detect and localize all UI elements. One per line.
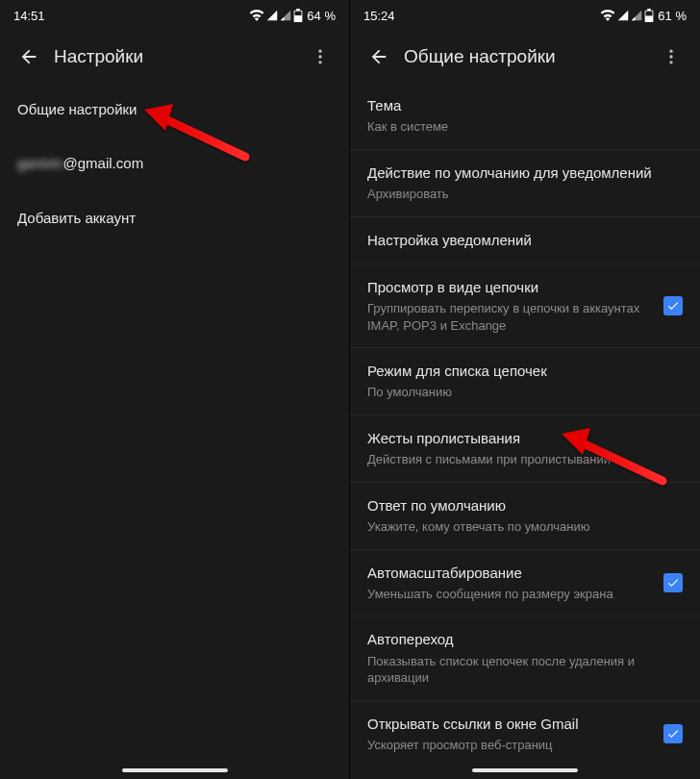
wifi-icon — [249, 10, 264, 21]
setting-conversation-view[interactable]: Просмотр в виде цепочкиГруппировать пере… — [350, 264, 700, 348]
status-battery: 61 % — [658, 9, 687, 23]
checkbox-icon[interactable] — [663, 296, 683, 315]
status-time: 14:51 — [13, 9, 45, 23]
signal-icon-1 — [617, 10, 629, 21]
setting-theme[interactable]: ТемаКак в системе — [350, 83, 700, 150]
status-time: 15:24 — [363, 9, 395, 23]
item-title: Действие по умолчанию для уведомлений — [367, 163, 671, 183]
settings-list[interactable]: ТемаКак в системеДействие по умолчанию д… — [350, 83, 700, 762]
more-vert-icon — [311, 47, 330, 66]
item-subtitle: Показывать список цепочек после удаления… — [367, 653, 671, 687]
svg-point-1 — [318, 50, 321, 53]
item-subtitle: Группировать переписку в цепочки в аккау… — [367, 300, 652, 334]
item-title: Тема — [367, 96, 671, 115]
arrow-back-icon — [18, 46, 39, 67]
setting-default-reply[interactable]: Ответ по умолчаниюУкажите, кому отвечать… — [350, 483, 700, 550]
item-title: Добавить аккаунт — [17, 209, 320, 228]
svg-point-7 — [669, 61, 672, 63]
item-title: Жесты пролистывания — [367, 429, 671, 448]
setting-default-notif-action[interactable]: Действие по умолчанию для уведомленийАрх… — [350, 150, 700, 217]
more-button[interactable] — [301, 38, 339, 76]
setting-auto-advance[interactable]: АвтопереходПоказывать список цепочек пос… — [350, 616, 700, 700]
nav-handle[interactable] — [472, 768, 578, 772]
item-title: Автомасштабирование — [367, 564, 652, 583]
svg-rect-4 — [646, 12, 653, 16]
svg-point-6 — [669, 55, 672, 58]
battery-icon — [293, 9, 303, 22]
battery-icon — [644, 9, 654, 22]
svg-point-5 — [669, 50, 672, 53]
item-subtitle: Укажите, кому отвечать по умолчанию — [367, 518, 671, 536]
checkbox-icon[interactable] — [663, 573, 683, 592]
setting-auto-fit[interactable]: АвтомасштабированиеУменьшать сообщения п… — [350, 550, 700, 617]
svg-point-3 — [318, 61, 321, 63]
nav-handle[interactable] — [122, 768, 228, 772]
item-title: Настройка уведомлений — [367, 231, 671, 250]
item-title: Режим для списка цепочек — [367, 362, 671, 381]
signal-icon-2 — [631, 10, 642, 21]
setting-swipe-actions[interactable]: Жесты пролистыванияДействия с письмами п… — [350, 415, 700, 483]
svg-point-2 — [318, 55, 321, 58]
app-bar: Настройки — [0, 31, 349, 83]
signal-icon-2 — [280, 10, 291, 21]
item-title: Общие настройки — [17, 100, 320, 119]
app-bar: Общие настройки — [350, 31, 700, 83]
item-subtitle: Ускоряет просмотр веб-страниц — [367, 737, 652, 754]
sidebar-item-add-account[interactable]: Добавить аккаунт — [0, 191, 349, 245]
item-subtitle: Уменьшать сообщения по размеру экрана — [367, 586, 652, 603]
setting-open-links-in-gmail[interactable]: Открывать ссылки в окне GmailУскоряет пр… — [350, 701, 700, 762]
item-title: Автопереход — [367, 630, 671, 649]
status-bar: 14:51 64 % — [0, 0, 349, 31]
more-vert-icon — [662, 47, 681, 66]
status-right: 64 % — [249, 9, 336, 23]
setting-conversation-list-density[interactable]: Режим для списка цепочекПо умолчанию — [350, 348, 700, 415]
page-title: Настройки — [54, 46, 301, 67]
item-subtitle: Действия с письмами при пролистывании — [367, 451, 671, 468]
nav-bar — [0, 762, 349, 779]
item-title: Ответ по умолчанию — [367, 496, 671, 515]
setting-manage-notifs[interactable]: Настройка уведомлений — [350, 217, 700, 264]
item-title: Просмотр в виде цепочки — [367, 278, 652, 297]
item-title: Открывать ссылки в окне Gmail — [367, 715, 652, 734]
page-title: Общие настройки — [404, 46, 652, 67]
status-right: 61 % — [600, 9, 687, 23]
phone-right: 15:24 61 % Общие настройки ТемаКак в сис… — [350, 0, 700, 779]
item-subtitle: Архивировать — [367, 186, 671, 203]
settings-list[interactable]: Общие настройкиgаnіvіn@gmail.comДобавить… — [0, 83, 349, 762]
item-title: gаnіvіn@gmail.com — [17, 154, 320, 173]
nav-bar — [350, 762, 700, 779]
phone-left: 14:51 64 % Настройки Общие настройкиgаnі… — [0, 0, 350, 779]
wifi-icon — [600, 10, 615, 21]
sidebar-item-account[interactable]: gаnіvіn@gmail.com — [0, 137, 349, 190]
arrow-back-icon — [368, 46, 389, 67]
item-subtitle: По умолчанию — [367, 384, 671, 401]
sidebar-item-general[interactable]: Общие настройки — [0, 83, 349, 137]
back-button[interactable] — [360, 38, 398, 76]
back-button[interactable] — [10, 38, 48, 76]
status-bar: 15:24 61 % — [350, 0, 700, 31]
signal-icon-1 — [266, 10, 278, 21]
item-subtitle: Как в системе — [367, 118, 671, 136]
checkbox-icon[interactable] — [663, 724, 683, 743]
more-button[interactable] — [652, 38, 690, 76]
svg-rect-0 — [295, 12, 302, 15]
status-battery: 64 % — [307, 9, 336, 23]
